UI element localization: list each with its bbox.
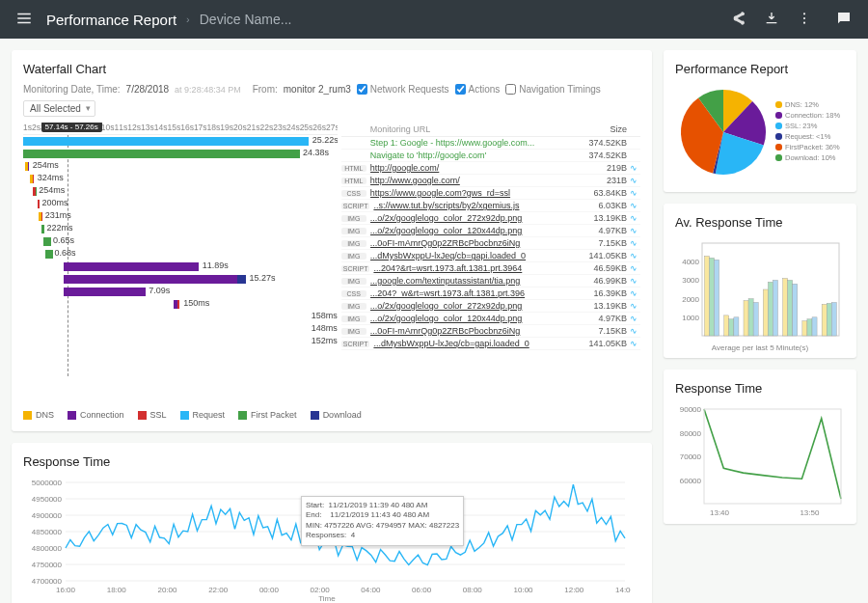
table-row[interactable]: Navigate to 'http://google.com'374.52KB: [341, 150, 640, 162]
svg-text:Time: Time: [318, 594, 336, 602]
svg-text:4000: 4000: [682, 258, 699, 266]
svg-text:4800000: 4800000: [32, 544, 63, 553]
svg-text:5000000: 5000000: [32, 479, 63, 487]
checkbox-actions[interactable]: Actions: [455, 84, 501, 95]
table-row[interactable]: IMG...o/2x/googlelogo_color_120x44dp.png…: [341, 313, 640, 325]
avg-response-chart[interactable]: 1000200030004000Average per last 5 Minut…: [675, 237, 845, 353]
svg-point-1: [803, 17, 805, 19]
waterfall-bar[interactable]: 25.22s: [23, 135, 338, 148]
table-row[interactable]: CSShttps://www.google.com?gws_rd=ssl63.8…: [341, 187, 640, 200]
checkbox-network-requests[interactable]: Network Requests: [357, 84, 449, 95]
table-row[interactable]: SCRIPT..s://www.tut.by/scripts/by2/xgemi…: [341, 200, 640, 212]
svg-text:08:00: 08:00: [463, 586, 483, 594]
svg-text:12:00: 12:00: [564, 586, 584, 594]
svg-text:14:00: 14:00: [615, 586, 631, 594]
menu-icon[interactable]: [12, 6, 37, 33]
svg-text:4700000: 4700000: [32, 577, 63, 586]
waterfall-bar[interactable]: 0.65s: [23, 235, 338, 248]
download-icon[interactable]: [760, 7, 783, 32]
table-row[interactable]: IMG...o/2x/googlelogo_color_272x92dp.png…: [341, 212, 640, 225]
chart-tooltip: Start: 11/21/2019 11:39 40 480 AM End: 1…: [301, 496, 464, 546]
avg-response-title: Av. Response Time: [675, 215, 845, 230]
waterfall-bar[interactable]: 148ms: [23, 323, 338, 336]
svg-text:22:00: 22:00: [208, 586, 229, 594]
svg-text:04:00: 04:00: [361, 586, 381, 594]
table-row[interactable]: IMG...0oFI-mAmrQg0p2ZRBcPbocbnz6iNg7.15K…: [341, 237, 640, 250]
table-row[interactable]: IMG...o/2x/googlelogo_color_120x44dp.png…: [341, 225, 640, 237]
svg-rect-50: [802, 321, 807, 336]
svg-text:80000: 80000: [680, 429, 702, 438]
waterfall-bar[interactable]: 7.09s: [23, 286, 338, 298]
svg-rect-51: [807, 319, 812, 336]
more-icon[interactable]: [793, 7, 816, 32]
breadcrumb: Device Name...: [200, 12, 292, 27]
response-time-card: Response Time 47000004750000480000048500…: [12, 443, 652, 603]
table-row[interactable]: HTMLhttp://www.google.com/231B∿: [341, 175, 640, 187]
waterfall-title: Waterfall Chart: [23, 62, 640, 76]
waterfall-bar[interactable]: 152ms: [23, 336, 338, 348]
waterfall-bar[interactable]: 15.27s: [23, 273, 338, 286]
svg-rect-49: [793, 284, 798, 336]
svg-text:70000: 70000: [680, 452, 702, 461]
pie-chart[interactable]: [675, 84, 772, 180]
svg-text:10:00: 10:00: [514, 586, 534, 594]
checkbox-nav-timings[interactable]: Navigation Timings: [505, 84, 600, 95]
table-row[interactable]: IMG...google.com/textinputassistant/tia.…: [341, 275, 640, 288]
waterfall-bar[interactable]: 0.68s: [23, 248, 338, 260]
waterfall-bar[interactable]: 11.89s: [23, 260, 338, 273]
waterfall-controls: Monitoring Date, Time: 7/28/2018 at 9:28…: [23, 84, 640, 117]
table-row[interactable]: IMG...dMysbWxppU-lxJeq/cb=gapi.loaded_01…: [341, 250, 640, 262]
waterfall-legend: DNSConnectionSSLRequestFirst PacketDownl…: [23, 410, 640, 420]
response-mini-card: Response Time 6000070000800009000013:401…: [664, 370, 856, 524]
svg-rect-36: [710, 258, 715, 336]
waterfall-bar[interactable]: 324ms: [23, 173, 338, 185]
svg-text:4950000: 4950000: [32, 495, 63, 504]
waterfall-bar[interactable]: 222ms: [23, 223, 338, 235]
svg-rect-44: [763, 289, 768, 336]
svg-text:4750000: 4750000: [32, 561, 63, 569]
filter-dropdown[interactable]: All Selected: [23, 100, 95, 117]
svg-point-2: [803, 22, 805, 24]
table-row[interactable]: SCRIPT...dMysbWxppU-lxJeq/cb=gapi.loaded…: [341, 338, 640, 350]
table-row[interactable]: IMG...o/2x/googlelogo_color_272x92dp.png…: [341, 300, 640, 313]
table-row[interactable]: HTMLhttp://google.com/219B∿: [341, 162, 640, 175]
waterfall-bar[interactable]: 150ms: [23, 298, 338, 311]
table-row[interactable]: SCRIPT...204?&rt=wsrt.1973.aft.1381.prt.…: [341, 262, 640, 275]
waterfall-bar[interactable]: 158ms: [23, 311, 338, 323]
svg-text:90000: 90000: [680, 405, 702, 414]
response-time-title: Response Time: [23, 454, 640, 469]
svg-rect-43: [753, 302, 758, 336]
avg-response-card: Av. Response Time 1000200030004000Averag…: [664, 204, 856, 358]
pie-card: Performance Report DNS: 12%Connection: 1…: [664, 50, 856, 192]
svg-rect-48: [788, 280, 793, 336]
svg-text:13:50: 13:50: [800, 508, 820, 517]
waterfall-url-table[interactable]: Monitoring URLSize Step 1: Google - http…: [341, 123, 640, 402]
svg-text:02:00: 02:00: [311, 586, 331, 594]
share-icon[interactable]: [727, 7, 750, 32]
waterfall-bar[interactable]: 254ms: [23, 185, 338, 198]
table-row[interactable]: CSS...204?_w&rt=wsrt.1973.aft.1381.prt.3…: [341, 288, 640, 300]
waterfall-bar[interactable]: 254ms: [23, 160, 338, 173]
svg-rect-37: [715, 260, 719, 336]
waterfall-bar[interactable]: 231ms: [23, 210, 338, 223]
response-mini-chart[interactable]: 6000070000800009000013:4013:50: [675, 403, 845, 519]
svg-text:13:40: 13:40: [710, 508, 730, 517]
waterfall-bar[interactable]: 24.38s: [23, 148, 338, 160]
svg-text:Average per last 5 Minute(s): Average per last 5 Minute(s): [712, 343, 809, 352]
svg-text:2000: 2000: [682, 295, 699, 304]
waterfall-chart-area[interactable]: 1s2s3s4s5s6s7s8s9s10s11s12s13s14s15s16s1…: [23, 123, 338, 402]
waterfall-card: Waterfall Chart Monitoring Date, Time: 7…: [12, 50, 652, 431]
svg-text:00:00: 00:00: [259, 586, 280, 594]
table-row[interactable]: Step 1: Google - https://www.google.com.…: [341, 137, 640, 150]
chat-icon[interactable]: [831, 6, 856, 33]
waterfall-bar[interactable]: 200ms: [23, 198, 338, 210]
svg-text:06:00: 06:00: [412, 586, 432, 594]
svg-rect-42: [748, 299, 753, 336]
table-row[interactable]: IMG...0oFI-mAmrQg0p2ZRBcPbocbnz6iNg7.15K…: [341, 325, 640, 338]
svg-text:18:00: 18:00: [107, 586, 127, 594]
pie-title: Performance Report: [675, 62, 845, 76]
svg-rect-46: [773, 280, 777, 336]
response-mini-title: Response Time: [675, 381, 845, 396]
svg-rect-39: [729, 319, 734, 336]
time-marker-tooltip: 57.14s - 57.26s: [41, 123, 102, 132]
